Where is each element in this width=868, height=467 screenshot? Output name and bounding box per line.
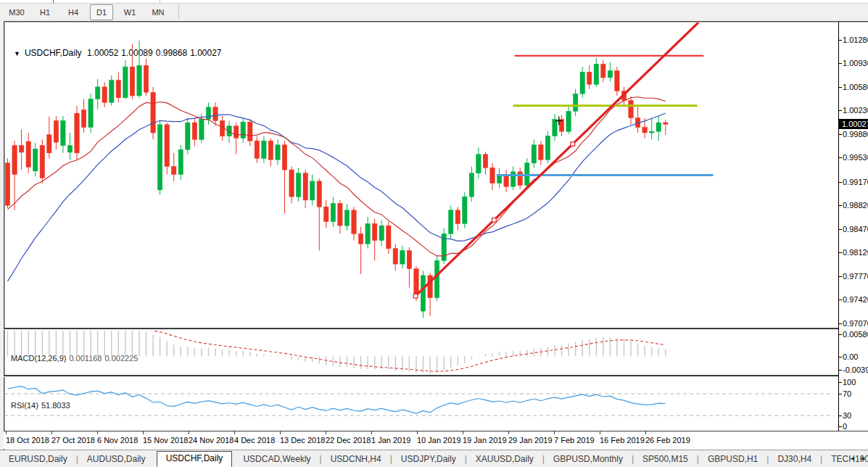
tabs: EURUSD,Daily|AUDUSD,Daily|USDCHF,Daily|U…	[0, 451, 868, 467]
candle-body	[54, 120, 58, 142]
rsi-axis-label: 70	[843, 389, 867, 398]
window-edge-mark	[160, 0, 160, 3]
timeframe-button-h4[interactable]: H4	[62, 4, 85, 20]
date-tick-mark	[189, 431, 189, 434]
candle-body	[289, 170, 294, 197]
timeframe-button-h1[interactable]: H1	[33, 4, 57, 20]
date-tick-mark	[508, 431, 509, 434]
candle-body	[324, 207, 328, 221]
panel-divider[interactable]	[4, 328, 838, 330]
candle-body	[268, 141, 273, 160]
candle-body	[545, 136, 550, 160]
chart-tab-xauusd[interactable]: XAUUSD,Daily	[467, 452, 542, 467]
tab-scroll-right-icon[interactable]: ▸	[861, 454, 865, 462]
candle-body	[664, 123, 668, 124]
chart-tab-dj30[interactable]: DJ30,H4	[769, 452, 820, 467]
price-axis-label: 1.00930	[843, 59, 867, 67]
trendline-anchor[interactable]	[571, 142, 575, 146]
tab-scroll-arrows: ◂ ▸	[851, 454, 865, 462]
timeframe-button-mn[interactable]: MN	[146, 4, 170, 20]
tab-scroll-left-icon[interactable]: ◂	[851, 454, 854, 462]
price-axis-label: 1.01280	[843, 36, 867, 44]
rsi-axis-label: 30	[843, 411, 867, 420]
price-axis-label: 0.99170	[843, 178, 867, 186]
chart-tab-sp500[interactable]: SP500,M15	[634, 452, 697, 467]
date-tick-mark	[51, 431, 52, 434]
candle-body	[178, 149, 183, 174]
chart-tab-usdcnh[interactable]: USDCNH,H4	[322, 452, 390, 467]
candle-body	[532, 145, 536, 163]
chart-tab-audusd[interactable]: AUDUSD,Daily	[78, 452, 154, 467]
candle-body	[227, 126, 231, 136]
candle-body	[352, 210, 356, 234]
candle-body	[338, 204, 342, 226]
chart-tab-bar: EURUSD,Daily|AUDUSD,Daily|USDCHF,Daily|U…	[0, 450, 868, 467]
price-axis-label: 0.99880	[843, 130, 867, 139]
axis-tick-mark	[839, 370, 842, 371]
date-axis-label: 18 Oct 2018	[6, 436, 49, 445]
macd-signal-line	[8, 331, 666, 371]
date-tick-mark	[554, 431, 555, 434]
chart-tab-usdjpy[interactable]: USDJPY,Daily	[392, 452, 465, 467]
chart-tab-eurusd[interactable]: EURUSD,Daily	[0, 452, 76, 467]
candle-body	[387, 226, 391, 249]
candle-body	[123, 67, 128, 98]
candle-body	[199, 120, 204, 140]
date-axis-label: 26 Feb 2019	[645, 436, 690, 445]
date-axis-label: 19 Jan 2019	[463, 436, 507, 445]
date-tick-mark	[645, 431, 646, 434]
date-tick-mark	[234, 431, 235, 434]
candle-body	[96, 87, 100, 99]
candle-body	[102, 87, 107, 102]
chart-tab-usdcad[interactable]: USDCAD,Weekly	[234, 452, 319, 467]
timeframe-button-w1[interactable]: W1	[118, 4, 141, 20]
chart-tab-gbpusd[interactable]: GBPUSD,Monthly	[545, 452, 632, 467]
candle-body	[192, 123, 197, 139]
candle-body	[434, 260, 439, 297]
axis-tick-mark	[839, 394, 842, 394]
candle-body	[642, 128, 647, 133]
candle-body	[186, 123, 190, 149]
axis-tick-mark	[839, 426, 842, 427]
axis-tick-mark	[839, 357, 842, 358]
candle-body	[449, 210, 453, 234]
date-axis-label: 15 Nov 2018	[143, 436, 188, 445]
candle-body	[19, 146, 23, 152]
candle-body	[407, 251, 411, 269]
panel-divider[interactable]	[4, 375, 838, 377]
rsi-plot[interactable]	[4, 378, 838, 431]
trendline[interactable]	[416, 22, 698, 296]
axis-tick-mark	[839, 87, 842, 88]
toolbar-separator	[178, 5, 179, 20]
price-axis-label: 1.00580	[843, 83, 867, 91]
date-tick-mark	[143, 431, 144, 434]
chart-tab-gbpusd[interactable]: GBPUSD,H1	[699, 452, 766, 467]
date-axis-label: 6 Nov 2018	[97, 436, 138, 445]
date-axis-label: 10 Jan 2019	[417, 436, 461, 445]
candle-body	[650, 131, 654, 133]
macd-plot[interactable]	[4, 331, 838, 374]
axis-tick-mark	[839, 334, 842, 335]
date-tick-mark	[280, 431, 281, 434]
price-chart-plot[interactable]	[4, 22, 838, 328]
candle-body	[81, 110, 86, 128]
timeframe-button-d1[interactable]: D1	[90, 4, 113, 20]
date-axis-label: 1 Jan 2019	[371, 436, 410, 445]
candle-body	[511, 172, 516, 186]
candle-body	[358, 233, 363, 244]
candle-body	[504, 175, 508, 187]
axis-tick-mark	[839, 110, 842, 111]
date-axis-label: 27 Oct 2018	[51, 436, 95, 445]
candle-body	[379, 226, 384, 240]
timeframe-button-m30[interactable]: M30	[5, 4, 28, 20]
axis-tick-mark	[839, 182, 842, 183]
candle-body	[594, 64, 598, 84]
price-axis-label: 0.98470	[843, 225, 867, 233]
candle-body	[206, 107, 210, 120]
trendline-anchor[interactable]	[492, 218, 497, 223]
trendline-anchor[interactable]	[413, 294, 418, 298]
price-axis-label: 0.97770	[843, 272, 867, 281]
candle-body	[490, 168, 495, 183]
chart-tab-usdchf[interactable]: USDCHF,Daily	[157, 451, 233, 467]
candle-body	[483, 154, 487, 168]
